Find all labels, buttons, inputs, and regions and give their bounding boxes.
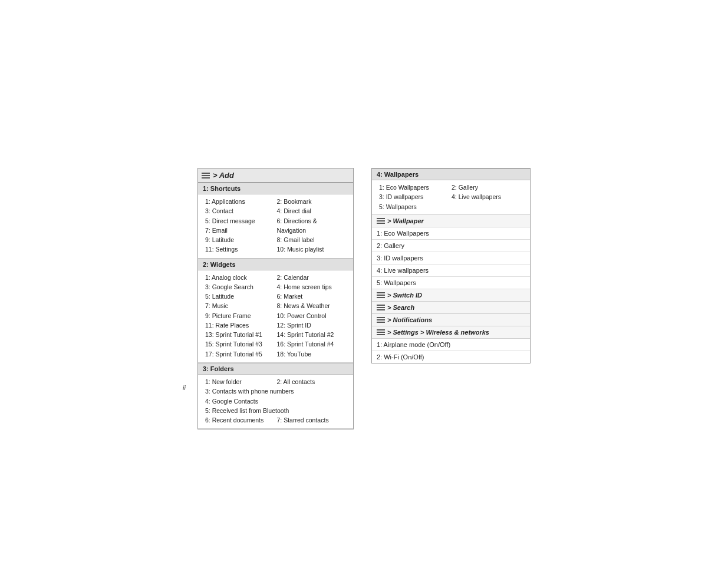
wallpaper-bold-header: > Wallpaper — [372, 215, 530, 227]
wallpaper-menu-icon — [377, 217, 385, 224]
notifications-menu-icon — [377, 316, 385, 323]
widgets-header: 2: Widgets — [198, 259, 353, 270]
live-wallpapers-item: 4: Live wallpapers — [372, 265, 530, 277]
search-header: > Search — [372, 302, 530, 314]
left-panel: > Add 1: Shortcuts 1: Applications 3: Co… — [197, 168, 354, 429]
wallpapers-section-header: 4: Wallpapers — [372, 168, 530, 180]
switch-id-header: > Switch ID — [372, 289, 530, 302]
page-number: ii — [183, 384, 186, 391]
gallery-item: 2: Gallery — [372, 240, 530, 252]
wallpaper-header-label: > Wallpaper — [387, 217, 424, 224]
settings-wireless-label: > Settings > Wireless & networks — [387, 329, 489, 336]
right-panel: 4: Wallpapers 1: Eco Wallpapers 3: ID wa… — [371, 168, 531, 363]
switch-id-label: > Switch ID — [387, 292, 422, 299]
notifications-header: > Notifications — [372, 314, 530, 326]
add-header: > Add — [198, 168, 353, 183]
widgets-content: 1: Analog clock 3: Google Search 5: Lati… — [198, 270, 353, 363]
notifications-label: > Notifications — [387, 316, 432, 323]
wallpapers-sub-content: 1: Eco Wallpapers 3: ID wallpapers 5: Wa… — [372, 180, 530, 215]
airplane-mode-item: 1: Airplane mode (On/Off) — [372, 339, 530, 351]
folders-header: 3: Folders — [198, 363, 353, 375]
eco-wallpapers-item: 1: Eco Wallpapers — [372, 227, 530, 240]
settings-wireless-header: > Settings > Wireless & networks — [372, 326, 530, 339]
shortcuts-col1: 1: Applications 3: Contact 5: Direct mes… — [205, 197, 275, 254]
shortcuts-header: 1: Shortcuts — [198, 183, 353, 194]
settings-menu-icon — [377, 329, 385, 336]
wifi-item: 2: Wi-Fi (On/Off) — [372, 351, 530, 363]
shortcuts-col2: 2: Bookmark 4: Direct dial 6: Directions… — [277, 197, 347, 254]
folders-content: 1: New folder 2: All contacts 3: Contact… — [198, 375, 353, 429]
search-label: > Search — [387, 304, 414, 311]
id-wallpapers-item: 3: ID wallpapers — [372, 252, 530, 265]
search-menu-icon — [377, 304, 385, 311]
shortcuts-content: 1: Applications 3: Contact 5: Direct mes… — [198, 194, 353, 259]
menu-icon — [202, 172, 210, 179]
wallpapers-sub-col1: 1: Eco Wallpapers 3: ID wallpapers 5: Wa… — [379, 183, 450, 211]
widgets-col2: 2: Calendar 4: Home screen tips 6: Marke… — [277, 273, 347, 359]
widgets-col1: 1: Analog clock 3: Google Search 5: Lati… — [205, 273, 275, 359]
switch-id-menu-icon — [377, 292, 385, 299]
wallpapers-item: 5: Wallpapers — [372, 277, 530, 289]
add-title: > Add — [213, 171, 234, 180]
wallpapers-sub-col2: 2: Gallery 4: Live wallpapers — [452, 183, 523, 211]
